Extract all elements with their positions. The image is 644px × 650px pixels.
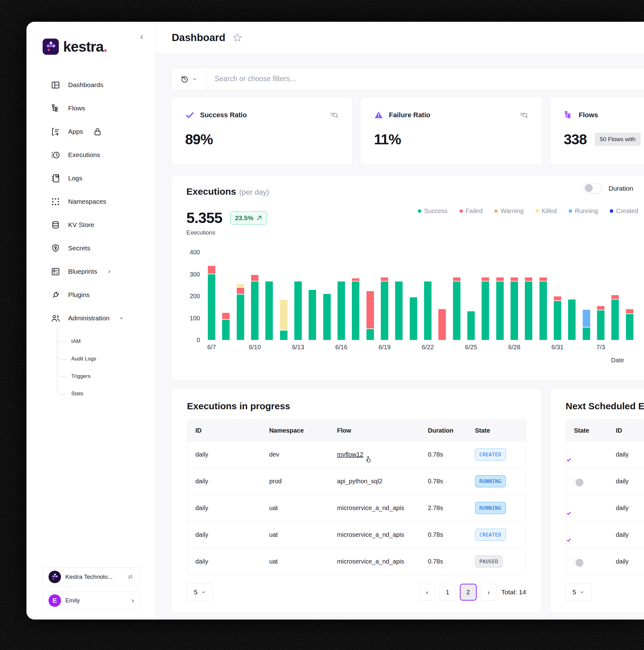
kestra-logo[interactable]: kestra. (43, 38, 107, 55)
bar-6/31[interactable] (550, 252, 565, 340)
bar-7/2[interactable] (579, 252, 594, 340)
bar-6/20[interactable] (392, 252, 406, 340)
flows-card: Flows 338 50 Flows with (550, 97, 644, 166)
filter-history-button[interactable] (171, 68, 207, 90)
bar-6/23[interactable] (435, 252, 449, 340)
sidebar-item[interactable]: Logs (27, 170, 155, 187)
sidebar-item[interactable]: Secrets (27, 240, 155, 257)
filter-search-icon[interactable] (519, 110, 529, 120)
bar-6/29[interactable] (522, 252, 536, 340)
sidebar-item[interactable]: Apps (27, 123, 155, 140)
x-tick (392, 344, 406, 351)
favorite-star-icon[interactable] (232, 32, 243, 43)
table-row[interactable]: daily m (566, 441, 644, 468)
flows-icon (564, 110, 573, 120)
enabled-toggle[interactable] (574, 477, 575, 485)
bar-6/19[interactable] (378, 252, 392, 340)
bar-segment-success (597, 311, 605, 340)
bar-6/25[interactable] (464, 252, 478, 340)
legend-item[interactable]: Success (418, 208, 448, 215)
sidebar-item[interactable]: KV Store (27, 216, 155, 233)
bar-segment-success (366, 329, 374, 340)
flow-link[interactable]: microservice_a_nd_apis (337, 504, 404, 511)
bar-6/28[interactable] (507, 252, 522, 340)
page-size-select[interactable]: 5 (187, 583, 213, 601)
search-input[interactable] (207, 74, 644, 83)
bar-6/7[interactable] (204, 252, 219, 340)
bar-6/12[interactable] (277, 252, 291, 340)
bar-6/8[interactable] (219, 252, 233, 340)
cell-id: daily (187, 478, 261, 485)
bar-6/14[interactable] (305, 252, 320, 340)
flow-link[interactable]: microservice_a_nd_apis (337, 531, 404, 538)
duration-toggle[interactable] (584, 183, 602, 193)
legend-item[interactable]: Created (610, 208, 638, 215)
sidebar-item[interactable]: Flows (27, 100, 155, 117)
bar-6/22[interactable] (421, 252, 435, 340)
legend-item[interactable]: Warning (494, 208, 524, 215)
sidebar-item-label: Logs (68, 175, 82, 182)
bar-7/4[interactable] (608, 252, 622, 340)
bar-6/18[interactable] (363, 252, 378, 340)
bar-7/5[interactable] (622, 252, 637, 340)
sidebar-item[interactable]: Plugins (27, 286, 155, 303)
page-button[interactable]: 1 (439, 584, 456, 601)
table-row[interactable]: daily uat microservice_a_nd_apis 0.78s P… (187, 548, 526, 575)
column-header: Duration (420, 427, 467, 434)
filter-search-icon[interactable] (329, 110, 339, 120)
tenant-switcher[interactable]: Kestra Technolo... (43, 567, 140, 586)
flow-link[interactable]: myflow12 (337, 451, 363, 458)
table-row[interactable]: daily dev myflow12 0.78s CREATED (187, 441, 526, 468)
table-row[interactable]: daily m (566, 495, 644, 521)
y-tick: 300 (190, 270, 200, 278)
table-row[interactable]: daily uat microservice_a_nd_apis 0.78s C… (187, 521, 526, 548)
flow-link[interactable]: api_python_sql2 (337, 478, 382, 484)
sidebar-subitem[interactable]: Audit Logs (57, 350, 155, 368)
chart-legend: SuccessFailedWarningKilledRunningCreated (418, 208, 638, 215)
bar-6/10[interactable] (248, 252, 262, 340)
sidebar-item[interactable]: Administration › (27, 310, 155, 327)
table-row[interactable]: daily prod api_python_sql2 0.78s RUNNING (187, 468, 526, 495)
table-row[interactable]: daily a (566, 468, 644, 495)
sidebar-subitem[interactable]: Stats (57, 385, 155, 402)
sidebar-item-label: Executions (68, 151, 100, 158)
chart-title: Executions(per day) (186, 186, 269, 197)
sidebar-item-label: Flows (68, 105, 85, 112)
bar-6/21[interactable] (406, 252, 421, 340)
bar-6/26[interactable] (478, 252, 493, 340)
user-menu[interactable]: E Emily › (43, 591, 140, 610)
bar-6/11[interactable] (262, 252, 276, 340)
bar-6/30[interactable] (536, 252, 550, 340)
sidebar-item[interactable]: Executions (27, 146, 155, 164)
flow-link[interactable]: microservice_a_nd_apis (337, 558, 404, 565)
bar-6/24[interactable] (450, 252, 464, 340)
table-row[interactable]: daily m (566, 548, 644, 575)
page-button[interactable]: › (480, 584, 497, 601)
sidebar-subitem[interactable]: Triggers (57, 368, 155, 385)
bar-6/9[interactable] (233, 252, 248, 340)
bar-7/3[interactable] (594, 252, 608, 340)
bar-6/16[interactable] (334, 252, 349, 340)
sidebar-item[interactable]: Blueprints › (27, 263, 155, 280)
sidebar-subitem[interactable]: IAM (57, 333, 155, 350)
sidebar-nav: Dashboards Flows Apps Executions Logs Na… (27, 76, 155, 402)
sidebar-item[interactable]: Namespaces (27, 193, 155, 210)
sidebar-item[interactable]: Dashboards (27, 76, 155, 94)
table-row[interactable]: daily m (566, 521, 644, 548)
enabled-toggle[interactable] (574, 557, 575, 565)
panel-title: Next Scheduled E (566, 401, 644, 411)
bar-6/27[interactable] (493, 252, 507, 340)
page-size-select[interactable]: 5 (566, 583, 592, 601)
bar-6/17[interactable] (349, 252, 363, 340)
sidebar-collapse-button[interactable]: ‹ (140, 32, 143, 41)
page-button[interactable]: 2 (460, 584, 477, 601)
legend-item[interactable]: Running (569, 208, 598, 215)
page-button[interactable]: ‹ (419, 584, 435, 601)
legend-item[interactable]: Killed (535, 208, 557, 215)
bar-segment-success (237, 294, 244, 340)
bar-6/15[interactable] (320, 252, 334, 340)
legend-item[interactable]: Failed (460, 208, 482, 215)
table-row[interactable]: daily uat microservice_a_nd_apis 2.78s R… (187, 495, 526, 521)
bar-6/13[interactable] (291, 252, 305, 340)
bar-7/1[interactable] (565, 252, 579, 340)
